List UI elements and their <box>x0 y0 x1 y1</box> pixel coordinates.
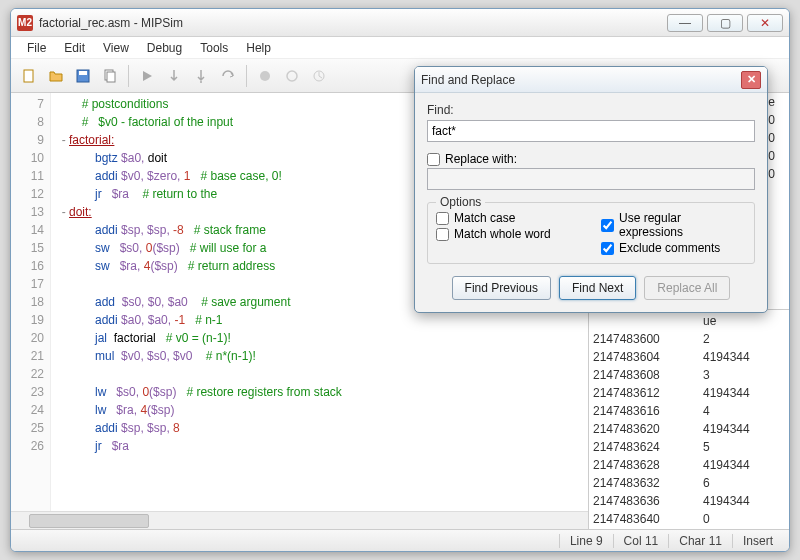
find-previous-button[interactable]: Find Previous <box>452 276 551 300</box>
memory-row[interactable]: 21474836164 <box>593 402 785 420</box>
statusbar: Line 9 Col 11 Char 11 Insert <box>11 529 789 551</box>
dialog-body: Find: Replace with: Options Match case M… <box>415 93 767 312</box>
horizontal-scrollbar[interactable] <box>11 511 588 529</box>
regex-label: Use regular expressions <box>619 211 746 239</box>
find-replace-dialog: Find and Replace ✕ Find: Replace with: O… <box>414 66 768 313</box>
menu-edit[interactable]: Edit <box>56 39 93 57</box>
memory-row[interactable]: 21474836326 <box>593 474 785 492</box>
memory-row[interactable]: 21474836044194344 <box>593 348 785 366</box>
menu-file[interactable]: File <box>19 39 54 57</box>
regex-checkbox[interactable] <box>601 219 614 232</box>
stop-icon[interactable] <box>253 64 277 88</box>
memory-row[interactable]: 21474836124194344 <box>593 384 785 402</box>
titlebar: M2 factorial_rec.asm - MIPSim — ▢ ✕ <box>11 9 789 37</box>
find-label: Find: <box>427 103 755 117</box>
menu-tools[interactable]: Tools <box>192 39 236 57</box>
maximize-button[interactable]: ▢ <box>707 14 743 32</box>
svg-point-7 <box>287 71 297 81</box>
options-group: Options Match case Match whole word Use … <box>427 202 755 264</box>
step-over-icon[interactable] <box>162 64 186 88</box>
step-out-icon[interactable] <box>216 64 240 88</box>
memory-row[interactable]: 21474836364194344 <box>593 492 785 510</box>
reset-icon[interactable] <box>307 64 331 88</box>
new-file-icon[interactable] <box>17 64 41 88</box>
toolbar-sep <box>246 65 247 87</box>
replace-input[interactable] <box>427 168 755 190</box>
status-char: Char 11 <box>668 534 732 548</box>
svg-rect-2 <box>79 71 87 75</box>
match-case-checkbox[interactable] <box>436 212 449 225</box>
replace-label: Replace with: <box>445 152 517 166</box>
menubar: FileEditViewDebugToolsHelp <box>11 37 789 59</box>
memory-row[interactable]: 21474836002 <box>593 330 785 348</box>
status-mode: Insert <box>732 534 783 548</box>
dialog-titlebar[interactable]: Find and Replace ✕ <box>415 67 767 93</box>
find-input[interactable] <box>427 120 755 142</box>
copy-icon[interactable] <box>98 64 122 88</box>
step-into-icon[interactable] <box>189 64 213 88</box>
exclude-comments-checkbox[interactable] <box>601 242 614 255</box>
find-next-button[interactable]: Find Next <box>559 276 636 300</box>
memory-row[interactable]: 21474836083 <box>593 366 785 384</box>
dialog-close-icon[interactable]: ✕ <box>741 71 761 89</box>
scrollbar-thumb[interactable] <box>29 514 149 528</box>
open-file-icon[interactable] <box>44 64 68 88</box>
svg-point-5 <box>200 81 202 83</box>
match-word-label: Match whole word <box>454 227 551 241</box>
svg-rect-0 <box>24 70 33 82</box>
line-gutter: 7891011121314151617181920212223242526 <box>11 93 51 511</box>
memory-panel: ue21474836002214748360441943442147483608… <box>589 310 789 530</box>
close-button[interactable]: ✕ <box>747 14 783 32</box>
svg-rect-4 <box>107 72 115 82</box>
match-word-checkbox[interactable] <box>436 228 449 241</box>
memory-row[interactable]: 21474836284194344 <box>593 456 785 474</box>
save-icon[interactable] <box>71 64 95 88</box>
toolbar-sep <box>128 65 129 87</box>
memory-row[interactable]: 21474836400 <box>593 510 785 528</box>
minimize-button[interactable]: — <box>667 14 703 32</box>
memory-row[interactable]: 21474836204194344 <box>593 420 785 438</box>
menu-help[interactable]: Help <box>238 39 279 57</box>
replace-all-button[interactable]: Replace All <box>644 276 730 300</box>
run-icon[interactable] <box>135 64 159 88</box>
breakpoint-icon[interactable] <box>280 64 304 88</box>
memory-row[interactable]: 21474836245 <box>593 438 785 456</box>
options-legend: Options <box>436 195 485 209</box>
status-col: Col 11 <box>613 534 669 548</box>
match-case-label: Match case <box>454 211 515 225</box>
menu-view[interactable]: View <box>95 39 137 57</box>
svg-point-6 <box>260 71 270 81</box>
dialog-title: Find and Replace <box>421 73 741 87</box>
menu-debug[interactable]: Debug <box>139 39 190 57</box>
app-icon: M2 <box>17 15 33 31</box>
status-line: Line 9 <box>559 534 613 548</box>
replace-toggle-checkbox[interactable] <box>427 153 440 166</box>
window-title: factorial_rec.asm - MIPSim <box>39 16 663 30</box>
exclude-comments-label: Exclude comments <box>619 241 720 255</box>
